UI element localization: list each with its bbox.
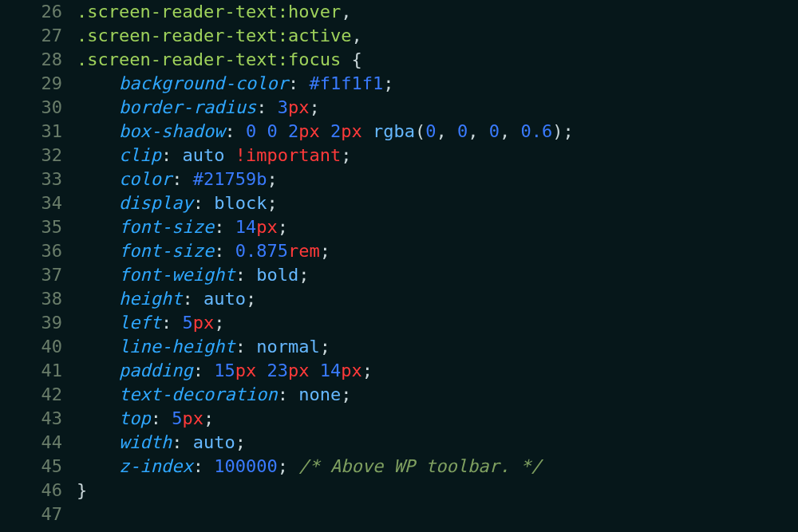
indent <box>77 432 119 452</box>
token-unit: px <box>288 361 310 380</box>
code-editor[interactable]: 2627282930313233343536373839404142434445… <box>0 0 798 532</box>
token-unit: px <box>288 97 310 117</box>
token-num: 23 <box>267 361 288 380</box>
token-unit: px <box>298 121 320 141</box>
token-prop: z-index <box>119 456 193 476</box>
code-line[interactable]: .screen-reader-text:hover, <box>77 0 798 24</box>
line-number: 34 <box>0 191 62 215</box>
code-line[interactable]: display: block; <box>77 191 798 215</box>
token-punct <box>278 121 288 141</box>
token-brace: } <box>77 480 87 500</box>
token-semi: ; <box>246 289 256 309</box>
indent <box>77 456 119 476</box>
token-punct: : <box>214 217 235 237</box>
token-prop: font-size <box>119 217 214 237</box>
token-punct: : <box>288 73 310 93</box>
line-number: 37 <box>0 263 62 287</box>
token-punct <box>309 361 319 380</box>
token-prop: line-height <box>119 337 235 357</box>
code-line[interactable]: font-weight: bold; <box>77 263 798 287</box>
token-semi: ; <box>320 241 330 261</box>
token-punct: , <box>351 26 361 45</box>
indent <box>77 121 119 141</box>
token-punct: , <box>341 2 351 22</box>
token-prop: clip <box>119 145 161 165</box>
token-hex: #21759b <box>193 169 267 189</box>
code-line[interactable]: box-shadow: 0 0 2px 2px rgba(0, 0, 0, 0.… <box>77 120 798 144</box>
line-number: 44 <box>0 431 62 455</box>
code-line[interactable]: height: auto; <box>77 287 798 311</box>
token-num: 3 <box>278 97 288 117</box>
token-punct: : <box>193 193 215 213</box>
token-num: 2 <box>288 121 298 141</box>
indent <box>77 408 119 428</box>
token-unit: px <box>193 313 215 333</box>
code-line[interactable]: .screen-reader-text:focus { <box>77 48 798 72</box>
code-line[interactable]: border-radius: 3px; <box>77 96 798 120</box>
token-hex: #f1f1f1 <box>309 73 383 93</box>
code-line[interactable] <box>77 502 798 526</box>
indent <box>77 265 119 285</box>
token-value-txt: normal <box>256 337 319 357</box>
token-semi: ; <box>278 456 288 476</box>
token-punct: : <box>214 241 235 261</box>
line-number: 42 <box>0 383 62 407</box>
token-fn: rgba <box>373 121 415 141</box>
token-semi: ; <box>362 361 373 380</box>
code-area[interactable]: .screen-reader-text:hover,.screen-reader… <box>77 0 798 532</box>
code-line[interactable]: clip: auto !important; <box>77 144 798 167</box>
token-semi: ; <box>267 193 277 213</box>
indent <box>77 169 119 189</box>
token-pseudo: :active <box>278 26 352 45</box>
indent <box>77 289 119 309</box>
token-prop: width <box>119 432 172 452</box>
line-number: 36 <box>0 239 62 263</box>
code-line[interactable]: background-color: #f1f1f1; <box>77 72 798 96</box>
token-punct <box>320 121 330 141</box>
token-num: 0 <box>267 121 277 141</box>
token-punct: : <box>235 337 257 357</box>
indent <box>77 97 119 117</box>
line-number: 46 <box>0 479 62 502</box>
token-pseudo: :focus <box>278 49 341 69</box>
code-line[interactable]: left: 5px; <box>77 311 798 335</box>
line-number: 45 <box>0 455 62 479</box>
token-prop: border-radius <box>119 97 256 117</box>
token-num: 0.6 <box>520 121 552 141</box>
token-unit: px <box>256 217 278 237</box>
code-line[interactable]: font-size: 0.875rem; <box>77 239 798 263</box>
token-comment: /* Above WP toolbar. */ <box>298 456 542 476</box>
token-selector: .screen-reader-text <box>77 2 278 22</box>
code-line[interactable]: width: auto; <box>77 431 798 455</box>
code-line[interactable]: top: 5px; <box>77 407 798 431</box>
line-number: 30 <box>0 96 62 120</box>
token-prop: top <box>119 408 151 428</box>
code-line[interactable]: text-decoration: none; <box>77 383 798 407</box>
code-line[interactable]: font-size: 14px; <box>77 215 798 239</box>
line-number: 26 <box>0 0 62 24</box>
indent <box>77 241 119 261</box>
line-number: 29 <box>0 72 62 96</box>
code-line[interactable]: line-height: normal; <box>77 335 798 359</box>
code-line[interactable]: padding: 15px 23px 14px; <box>77 359 798 383</box>
token-punct: : <box>161 313 183 333</box>
code-line[interactable]: z-index: 100000; /* Above WP toolbar. */ <box>77 455 798 479</box>
token-value-txt: none <box>298 384 341 404</box>
line-number: 39 <box>0 311 62 335</box>
token-num: 15 <box>214 361 235 380</box>
token-punct <box>288 456 298 476</box>
token-semi: ; <box>320 337 330 357</box>
code-line[interactable]: color: #21759b; <box>77 167 798 191</box>
token-num: 0 <box>425 121 436 141</box>
token-prop: height <box>119 289 182 309</box>
token-num: 0 <box>246 121 256 141</box>
token-value-txt: bold <box>256 265 298 285</box>
token-punct: : <box>193 456 215 476</box>
code-line[interactable]: .screen-reader-text:active, <box>77 24 798 48</box>
token-punct: : <box>256 97 278 117</box>
line-number: 33 <box>0 167 62 191</box>
token-punct: : <box>224 121 246 141</box>
code-line[interactable]: } <box>77 479 798 502</box>
token-pseudo: :hover <box>278 2 341 22</box>
token-num: 0 <box>457 121 468 141</box>
